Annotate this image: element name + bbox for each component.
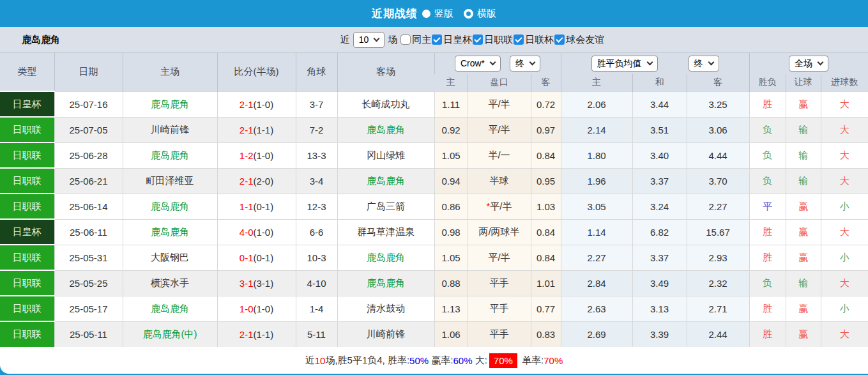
match-date: 25-06-21 xyxy=(54,168,123,194)
full-time-score: 1-1 xyxy=(240,201,254,212)
filter-checkbox[interactable]: 球会友谊 xyxy=(554,34,604,46)
filter-checkbox[interactable]: 日皇杯 xyxy=(432,34,472,46)
home-team[interactable]: 鹿岛鹿角 xyxy=(123,296,217,321)
filter-checkbox[interactable]: 日职联 xyxy=(473,34,513,46)
full-time-score: 2-1 xyxy=(240,125,254,135)
home-team[interactable]: 鹿岛鹿角(中) xyxy=(123,321,217,347)
checkbox-label[interactable]: 球会友谊 xyxy=(566,34,604,46)
corner-count: 12-3 xyxy=(296,194,337,219)
away-team[interactable]: 鹿岛鹿角 xyxy=(337,117,434,142)
away-team[interactable]: 川崎前锋 xyxy=(337,321,434,347)
table-row: 日职联 25-05-25 横滨水手 3-1(3-1) 4-10 鹿岛鹿角 0.8… xyxy=(0,270,868,296)
match-date: 25-05-11 xyxy=(54,321,123,347)
handicap-line: 平/半 xyxy=(468,245,531,270)
handicap-text: 半球 xyxy=(490,175,509,186)
match-type-badge: 日职联 xyxy=(0,168,54,194)
score-cell: 3-1(3-1) xyxy=(217,270,296,296)
recent-results-panel: 近期战绩 竖版 横版 鹿岛鹿角 近 10 场 同主 日皇杯 日职联 日联杯 球会… xyxy=(0,0,868,374)
radio-horizontal-label[interactable]: 横版 xyxy=(477,8,496,20)
radio-selected-icon[interactable] xyxy=(422,10,430,18)
handicap-line: 两/两球半 xyxy=(468,219,531,245)
away-team[interactable]: 鹿岛鹿角 xyxy=(337,245,434,270)
avg-time-value: 终 xyxy=(694,58,703,69)
away-team[interactable]: 冈山绿雉 xyxy=(337,142,434,168)
away-team[interactable]: 长崎成功丸 xyxy=(337,91,434,117)
checkbox-icon[interactable] xyxy=(514,34,524,45)
table-header: 类型 日期 主场 比分(半场) 角球 客场 Crow* 终 xyxy=(0,53,868,91)
match-type-badge: 日职联 xyxy=(0,142,54,168)
avg-odds-draw: 3.39 xyxy=(632,321,687,347)
result-wdl: 负 xyxy=(749,270,786,296)
home-team[interactable]: 鹿岛鹿角 xyxy=(123,142,217,168)
handicap-text: 平/半 xyxy=(490,201,512,211)
footer-segment: 大: xyxy=(473,355,487,367)
radio-vertical-label[interactable]: 竖版 xyxy=(434,8,453,20)
footer-segment: 近 xyxy=(305,355,315,367)
handicap-odds-group-header: Crow* 终 xyxy=(434,53,561,74)
half-time-score: (1-0) xyxy=(254,99,274,110)
checkbox-label[interactable]: 日职联 xyxy=(484,34,513,46)
match-count-value: 10 xyxy=(359,34,369,45)
score-cell: 2-1(1-1) xyxy=(217,117,296,142)
handicap-odds-home: 1.13 xyxy=(434,296,468,321)
corner-count: 7-2 xyxy=(296,117,337,142)
odds-company-select[interactable]: Crow* xyxy=(455,56,501,72)
subheader-goals: 进球数 xyxy=(821,74,868,91)
away-team[interactable]: 群马草津温泉 xyxy=(337,219,434,245)
handicap-time-select[interactable]: 终 xyxy=(510,56,540,72)
checkbox-icon[interactable] xyxy=(400,34,411,45)
avg-odds-select[interactable]: 胜平负均值 xyxy=(591,56,658,72)
avg-odds-lose: 3.70 xyxy=(687,168,749,194)
away-team[interactable]: 鹿岛鹿角 xyxy=(337,168,434,194)
home-team[interactable]: 横滨水手 xyxy=(123,270,217,296)
match-date: 25-05-25 xyxy=(54,270,123,296)
checkbox-icon[interactable] xyxy=(473,34,483,45)
home-team[interactable]: 大阪钢巴 xyxy=(123,245,217,270)
scope-select[interactable]: 全场 xyxy=(789,56,828,72)
subheader-result: 胜负 xyxy=(749,74,786,91)
match-count-select[interactable]: 10 xyxy=(353,32,385,48)
filter-checkbox[interactable]: 同主 xyxy=(400,34,431,46)
home-team[interactable]: 鹿岛鹿角 xyxy=(123,194,217,219)
checkbox-label[interactable]: 日联杯 xyxy=(525,34,554,46)
radio-unselected-icon[interactable] xyxy=(464,9,473,19)
home-team[interactable]: 川崎前锋 xyxy=(123,117,217,142)
home-team[interactable]: 鹿岛鹿角 xyxy=(123,219,217,245)
away-team[interactable]: 清水鼓动 xyxy=(337,296,434,321)
checkbox-label[interactable]: 同主 xyxy=(412,34,431,46)
handicap-odds-away: 1.01 xyxy=(531,270,561,296)
checkbox-icon[interactable] xyxy=(432,34,442,45)
result-handicap: 输 xyxy=(786,168,821,194)
avg-odds-draw: 3.40 xyxy=(632,142,687,168)
table-row: 日职联 25-06-14 鹿岛鹿角 1-1(0-1) 12-3 广岛三箭 0.8… xyxy=(0,194,868,219)
checkbox-icon[interactable] xyxy=(554,34,565,45)
team-name: 鹿岛鹿角 xyxy=(22,34,60,46)
away-team[interactable]: 鹿岛鹿角 xyxy=(337,270,434,296)
table-row: 日职联 25-05-31 大阪钢巴 0-1(0-1) 10-3 鹿岛鹿角 1.0… xyxy=(0,245,868,270)
home-team[interactable]: 町田泽维亚 xyxy=(123,168,217,194)
result-handicap: 赢 xyxy=(786,296,821,321)
match-type-badge: 日职联 xyxy=(0,194,54,219)
handicap-line: 平手 xyxy=(468,270,531,296)
half-time-score: (1-0) xyxy=(254,227,274,238)
match-date: 25-06-14 xyxy=(54,194,123,219)
avg-time-select[interactable]: 终 xyxy=(689,56,719,72)
handicap-text: 半/一 xyxy=(488,149,510,160)
filter-controls: 近 10 场 同主 日皇杯 日职联 日联杯 球会友谊 xyxy=(264,32,605,48)
filter-checkbox[interactable]: 日联杯 xyxy=(514,34,554,46)
checkbox-label[interactable]: 日皇杯 xyxy=(443,34,472,46)
handicap-odds-home: 0.88 xyxy=(434,270,468,296)
handicap-odds-away: 0.95 xyxy=(531,168,561,194)
handicap-odds-away: 0.77 xyxy=(531,296,561,321)
subheader-handicap-result: 让球 xyxy=(786,74,821,91)
away-team[interactable]: 广岛三箭 xyxy=(337,194,434,219)
avg-odds-draw: 3.37 xyxy=(632,168,687,194)
half-time-score: (1-1) xyxy=(254,329,274,340)
results-table: 类型 日期 主场 比分(半场) 角球 客场 Crow* 终 xyxy=(0,53,868,347)
home-team[interactable]: 鹿岛鹿角 xyxy=(123,91,217,117)
chevron-down-icon xyxy=(818,59,824,66)
footer-segment: 60% xyxy=(453,355,472,366)
handicap-text: 平/半 xyxy=(488,98,510,109)
result-goals: 大 xyxy=(821,321,868,347)
result-handicap: 输 xyxy=(786,270,821,296)
